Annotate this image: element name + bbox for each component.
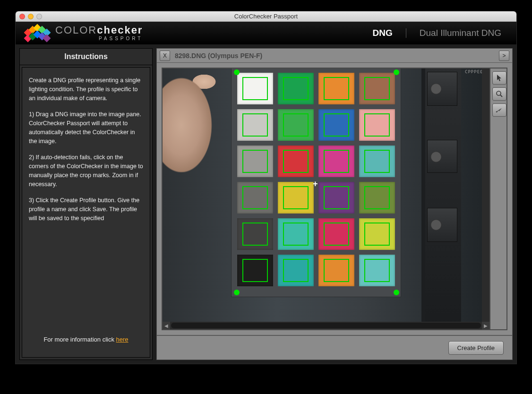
color-patch bbox=[237, 146, 273, 177]
image-area: CPPPE0609 + ◀ ▶ bbox=[162, 68, 507, 330]
titlebar: ColorChecker Passport bbox=[16, 11, 516, 22]
colorchecker-chart bbox=[231, 69, 401, 297]
color-patch bbox=[237, 73, 273, 104]
marker-tool-button[interactable] bbox=[492, 103, 506, 117]
color-patch bbox=[318, 255, 354, 286]
window-controls bbox=[19, 14, 42, 19]
instructions-step-2: 2) If auto-detection fails, click on the… bbox=[29, 153, 143, 188]
magnifier-icon bbox=[496, 90, 503, 98]
close-window-icon[interactable] bbox=[19, 14, 25, 19]
pointer-tool-button[interactable] bbox=[492, 71, 506, 85]
brand-text: COLORchecker PASSPORT bbox=[55, 25, 143, 41]
brand-subtitle: PASSPORT bbox=[99, 36, 143, 41]
passport-hinge bbox=[421, 69, 461, 329]
tab-dual-illuminant[interactable]: Dual Illuminant DNG bbox=[411, 28, 510, 38]
scroll-track[interactable] bbox=[171, 323, 481, 328]
color-patch bbox=[278, 182, 314, 214]
image-canvas[interactable]: CPPPE0609 + ◀ ▶ bbox=[163, 69, 489, 329]
file-label: 8298.DNG (Olympus PEN-F) bbox=[175, 52, 262, 60]
svg-point-0 bbox=[497, 91, 501, 95]
maximize-window-icon[interactable] bbox=[36, 14, 42, 19]
tab-dng[interactable]: DNG bbox=[364, 28, 401, 38]
close-image-button[interactable]: X bbox=[160, 51, 170, 61]
footer-bar: Create Profile bbox=[157, 335, 512, 360]
color-patch bbox=[318, 182, 354, 214]
brand-part1: COLOR bbox=[55, 24, 97, 36]
brand-part2: checker bbox=[97, 24, 143, 36]
instructions-sidebar: Instructions Create a DNG profile repres… bbox=[19, 48, 153, 360]
more-info-link[interactable]: here bbox=[116, 336, 129, 343]
color-patch bbox=[278, 255, 314, 286]
hand-in-photo bbox=[163, 69, 224, 172]
instructions-step-1: 1) Drag a DNG image into the image pane.… bbox=[29, 110, 143, 146]
color-patch bbox=[359, 146, 395, 177]
marker-icon bbox=[495, 107, 504, 113]
instructions-step-3: 3) Click the Create Profile button. Give… bbox=[29, 196, 143, 223]
vertical-scrollbar[interactable] bbox=[482, 69, 489, 322]
horizontal-scrollbar[interactable]: ◀ ▶ bbox=[163, 322, 489, 329]
sidebar-footer: For more information click here bbox=[29, 335, 143, 349]
scroll-right-icon[interactable]: ▶ bbox=[482, 322, 489, 329]
color-patch bbox=[359, 73, 395, 104]
logo-icon bbox=[22, 25, 51, 41]
color-patch bbox=[278, 109, 314, 141]
create-profile-button[interactable]: Create Profile bbox=[448, 341, 504, 355]
color-patch bbox=[237, 218, 273, 250]
svg-line-1 bbox=[500, 95, 502, 97]
footer-text: For more information click bbox=[43, 336, 116, 343]
sidebar-body: Create a DNG profile representing a sing… bbox=[22, 67, 150, 358]
color-patch bbox=[237, 182, 273, 214]
minimize-window-icon[interactable] bbox=[28, 14, 34, 19]
color-patch bbox=[237, 255, 273, 286]
color-patch bbox=[318, 73, 354, 104]
color-patch bbox=[237, 109, 273, 141]
sidebar-title: Instructions bbox=[20, 49, 152, 65]
color-patch bbox=[278, 73, 314, 104]
tool-column bbox=[489, 69, 506, 329]
color-patch bbox=[359, 109, 395, 141]
tab-separator bbox=[406, 28, 406, 38]
content-area: Instructions Create a DNG profile repres… bbox=[16, 44, 516, 364]
main-header: X 8298.DNG (Olympus PEN-F) > bbox=[157, 49, 512, 63]
instructions-intro: Create a DNG profile representing a sing… bbox=[29, 76, 143, 103]
color-patch bbox=[278, 218, 314, 250]
color-patch bbox=[318, 109, 354, 141]
color-patch bbox=[359, 218, 395, 250]
color-patch bbox=[318, 218, 354, 250]
color-patch bbox=[318, 146, 354, 177]
zoom-tool-button[interactable] bbox=[492, 87, 506, 101]
window-title: ColorChecker Passport bbox=[16, 13, 516, 20]
color-patch bbox=[359, 182, 395, 214]
pointer-icon bbox=[496, 74, 503, 82]
next-image-button[interactable]: > bbox=[499, 51, 509, 61]
color-patch bbox=[278, 146, 314, 177]
app-header: COLORchecker PASSPORT DNG Dual Illuminan… bbox=[16, 22, 516, 44]
main-panel: X 8298.DNG (Olympus PEN-F) > CPPPE0609 bbox=[156, 48, 513, 360]
scroll-left-icon[interactable]: ◀ bbox=[163, 322, 170, 329]
app-window: ColorChecker Passport COLORchecker PASSP… bbox=[16, 11, 516, 364]
color-patch bbox=[359, 255, 395, 286]
